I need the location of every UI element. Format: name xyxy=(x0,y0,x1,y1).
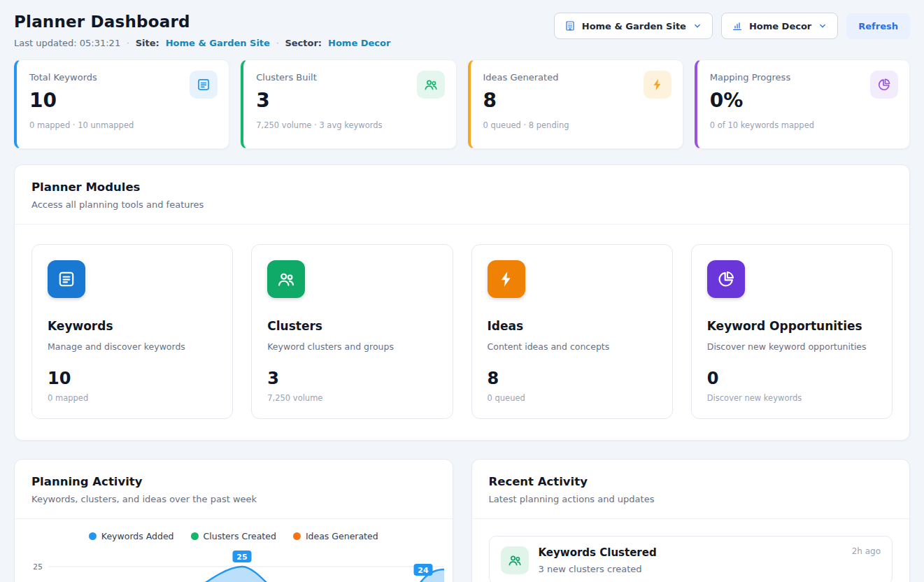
chart-legend: Keywords Added Clusters Created Ideas Ge… xyxy=(15,519,453,544)
refresh-button[interactable]: Refresh xyxy=(846,13,910,39)
module-title: Keywords xyxy=(48,319,217,333)
pie-chart-icon xyxy=(707,260,745,298)
bar-chart-icon xyxy=(732,20,743,31)
bottom-row: Planning Activity Keywords, clusters, an… xyxy=(14,459,910,582)
planner-modules-header: Planner Modules Access all planning tool… xyxy=(15,165,909,225)
stat-subtitle: 0 queued · 8 pending xyxy=(483,120,670,130)
users-icon xyxy=(267,260,305,298)
section-subtitle: Latest planning actions and updates xyxy=(489,494,893,504)
stat-value: 8 xyxy=(483,89,670,112)
sector-link[interactable]: Home Decor xyxy=(328,38,390,48)
recent-activity-card: Recent Activity Latest planning actions … xyxy=(471,459,911,582)
module-value: 3 xyxy=(267,369,436,388)
site-label: Site: xyxy=(136,38,159,48)
stat-value: 3 xyxy=(256,89,443,112)
activity-text: Keywords Clustered 3 new clusters create… xyxy=(539,546,842,574)
stat-label: Clusters Built xyxy=(256,72,443,83)
document-icon xyxy=(190,71,218,99)
module-value: 10 xyxy=(48,369,217,388)
stat-label: Ideas Generated xyxy=(483,72,670,83)
site-link[interactable]: Home & Garden Site xyxy=(166,38,270,48)
recent-activity-header: Recent Activity Latest planning actions … xyxy=(472,460,910,519)
stat-value: 0% xyxy=(710,89,897,112)
module-description: Content ideas and concepts xyxy=(488,341,657,352)
page-header: Planner Dashboard Last updated: 05:31:21… xyxy=(14,13,910,48)
header-controls: Home & Garden Site Home Decor Refresh xyxy=(554,13,910,39)
legend-item-keywords-added: Keywords Added xyxy=(89,531,174,541)
document-icon xyxy=(48,260,85,298)
recent-activity-list: Keywords Clustered 3 new clusters create… xyxy=(472,519,910,582)
legend-dot xyxy=(191,532,199,540)
planning-activity-card: Planning Activity Keywords, clusters, an… xyxy=(14,459,453,582)
users-icon xyxy=(501,546,529,574)
building-icon xyxy=(564,20,576,31)
lightning-icon xyxy=(644,71,671,99)
point-label-badge: 24 xyxy=(414,564,433,576)
users-icon xyxy=(417,71,445,99)
legend-item-ideas-generated: Ideas Generated xyxy=(293,531,378,541)
site-selector-dropdown[interactable]: Home & Garden Site xyxy=(554,13,713,39)
sector-selector-label: Home Decor xyxy=(749,21,811,31)
module-sub-label: 0 mapped xyxy=(48,393,217,403)
planning-activity-chart: 25 25 24 xyxy=(24,548,447,582)
sector-label: Sector: xyxy=(285,38,322,48)
legend-dot xyxy=(293,532,301,540)
module-value: 0 xyxy=(707,369,876,388)
stat-card-mapping-progress: Mapping Progress 0% 0 of 10 keywords map… xyxy=(695,59,910,149)
meta-separator: · xyxy=(276,38,279,48)
chevron-down-icon xyxy=(818,21,827,31)
stat-label: Mapping Progress xyxy=(710,72,897,83)
section-title: Planning Activity xyxy=(31,475,436,488)
module-value: 8 xyxy=(488,369,657,388)
module-card-keyword-opportunities[interactable]: Keyword Opportunities Discover new keywo… xyxy=(691,244,893,419)
stat-subtitle: 0 of 10 keywords mapped xyxy=(710,120,897,130)
activity-title: Keywords Clustered xyxy=(539,546,842,559)
module-title: Keyword Opportunities xyxy=(707,319,876,333)
modules-grid: Keywords Manage and discover keywords 10… xyxy=(15,225,909,440)
module-sub-label: 0 queued xyxy=(488,393,657,403)
section-title: Planner Modules xyxy=(31,180,893,194)
legend-label: Keywords Added xyxy=(101,531,174,541)
module-description: Keyword clusters and groups xyxy=(267,341,436,352)
module-card-clusters[interactable]: Clusters Keyword clusters and groups 3 7… xyxy=(251,244,453,419)
module-card-ideas[interactable]: Ideas Content ideas and concepts 8 0 que… xyxy=(471,244,673,419)
stat-label: Total Keywords xyxy=(29,72,216,83)
module-description: Discover new keyword opportunities xyxy=(707,341,876,352)
page-meta: Last updated: 05:31:21 · Site: Home & Ga… xyxy=(14,38,390,48)
module-description: Manage and discover keywords xyxy=(48,341,217,352)
meta-separator: · xyxy=(127,38,129,48)
module-card-keywords[interactable]: Keywords Manage and discover keywords 10… xyxy=(31,244,233,419)
module-sub-label: Discover new keywords xyxy=(707,393,876,403)
planner-dashboard-page: Planner Dashboard Last updated: 05:31:21… xyxy=(0,0,924,582)
point-label-badge: 25 xyxy=(233,551,252,562)
section-subtitle: Keywords, clusters, and ideas over the p… xyxy=(31,494,436,504)
module-sub-label: 7,250 volume xyxy=(267,393,436,403)
planner-modules-section: Planner Modules Access all planning tool… xyxy=(14,164,910,441)
activity-timestamp: 2h ago xyxy=(852,546,881,556)
activity-description: 3 new clusters created xyxy=(539,564,842,574)
stat-card-total-keywords: Total Keywords 10 0 mapped · 10 unmapped xyxy=(14,59,229,149)
site-selector-label: Home & Garden Site xyxy=(582,21,686,31)
legend-label: Ideas Generated xyxy=(306,531,378,541)
stat-subtitle: 0 mapped · 10 unmapped xyxy=(29,120,216,130)
y-axis-tick: 25 xyxy=(33,562,43,572)
module-title: Ideas xyxy=(488,319,657,333)
activity-item-keywords-clustered: Keywords Clustered 3 new clusters create… xyxy=(489,536,893,582)
legend-label: Clusters Created xyxy=(204,531,276,541)
stat-card-ideas-generated: Ideas Generated 8 0 queued · 8 pending xyxy=(468,59,683,149)
planning-activity-header: Planning Activity Keywords, clusters, an… xyxy=(15,460,453,519)
section-subtitle: Access all planning tools and features xyxy=(31,199,893,210)
legend-dot xyxy=(89,532,97,540)
last-updated-text: Last updated: 05:31:21 xyxy=(14,38,120,48)
svg-text:25: 25 xyxy=(236,553,247,562)
svg-text:24: 24 xyxy=(418,566,429,575)
module-title: Clusters xyxy=(267,319,436,333)
section-title: Recent Activity xyxy=(489,475,893,488)
sector-selector-dropdown[interactable]: Home Decor xyxy=(721,13,838,39)
page-title: Planner Dashboard xyxy=(14,13,390,31)
stat-card-clusters-built: Clusters Built 3 7,250 volume · 3 avg ke… xyxy=(241,59,456,149)
stat-value: 10 xyxy=(29,89,216,112)
chart-area: 25 25 24 xyxy=(15,544,453,582)
legend-item-clusters-created: Clusters Created xyxy=(191,531,276,541)
stats-row: Total Keywords 10 0 mapped · 10 unmapped… xyxy=(14,59,910,149)
